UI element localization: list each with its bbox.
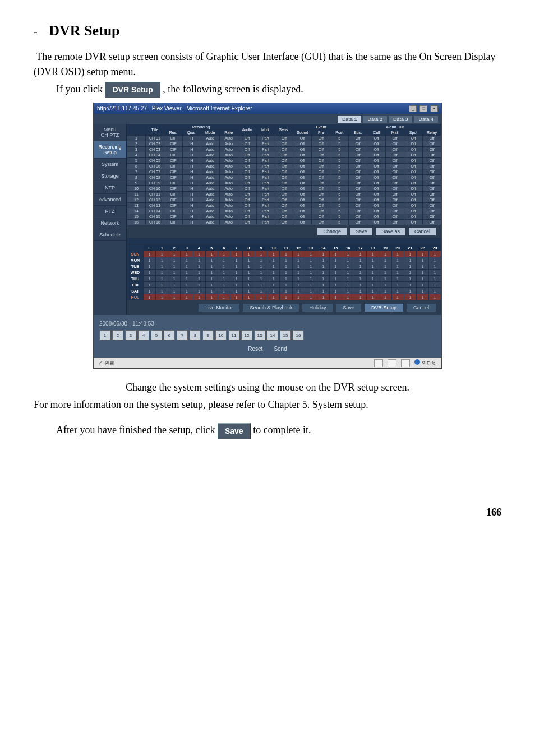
if-click-line: If you click DVR Setup , the following s…: [34, 82, 501, 98]
table-row[interactable]: 16CH 16CIFHAutoAutoOffPartOffOffOff5OffO…: [127, 220, 441, 225]
colgroup-event: Event: [293, 124, 349, 130]
data-tab-3[interactable]: Data 3: [389, 116, 413, 123]
channel-button[interactable]: 4: [138, 330, 149, 340]
data-tab-2[interactable]: Data 2: [363, 116, 387, 123]
window-buttons: _ □ ×: [408, 105, 438, 112]
table-row[interactable]: 1CH 01CIFHAutoAutoOffPartOffOffOff5OffOf…: [127, 136, 441, 141]
table-row[interactable]: 2CH 02CIFHAutoAutoOffPartOffOffOff5OffOf…: [127, 141, 441, 147]
table-row[interactable]: 8CH 08CIFHAutoAutoOffPartOffOffOff5OffOf…: [127, 175, 441, 180]
dvr-setup-screenshot: http://211.117.45.27 - Plex Viewer - Mic…: [93, 103, 442, 369]
side-menu: MenuCH PTZ Recording Setup System Storag…: [94, 124, 127, 315]
schedule-table: [127, 238, 441, 244]
side-menu-header: MenuCH PTZ: [94, 124, 126, 141]
col-title: Title: [145, 124, 164, 136]
side-system[interactable]: System: [94, 159, 126, 170]
table-row[interactable]: 3CH 03CIFHAutoAutoOffPartOffOffOff5OffOf…: [127, 147, 441, 152]
table-row[interactable]: 10CH 10CIFHAutoAutoOffPartOffOffOff5OffO…: [127, 186, 441, 192]
channel-button[interactable]: 2: [112, 330, 123, 340]
timestamp: 2008/05/30 - 11:43:53: [99, 321, 436, 327]
table-row[interactable]: 7CH 07CIFHAutoAutoOffPartOffOffOff5OffOf…: [127, 169, 441, 175]
channel-button[interactable]: 3: [125, 330, 136, 340]
browser-title: http://211.117.45.27 - Plex Viewer - Mic…: [97, 105, 252, 112]
side-network[interactable]: Network: [94, 217, 126, 229]
channel-button[interactable]: 12: [241, 330, 252, 340]
channel-button[interactable]: 14: [267, 330, 278, 340]
reset-button[interactable]: Reset: [248, 346, 262, 352]
more-info-text: For more information on the system setup…: [34, 397, 501, 412]
status-box-3: [401, 359, 410, 367]
table-row[interactable]: 9CH 09CIFHAutoAutoOffPartOffOffOff5OffOf…: [127, 180, 441, 186]
internet-zone: 인터넷: [414, 359, 437, 367]
heading-text: DVR Setup: [49, 22, 119, 39]
schedule-row: TUE111111111111111111111111: [127, 263, 441, 270]
finish-line: After you have finished the setup, click…: [34, 423, 501, 439]
channel-button[interactable]: 15: [280, 330, 291, 340]
table-row[interactable]: 5CH 05CIFHAutoAutoOffPartOffOffOff5OffOf…: [127, 158, 441, 164]
channel-button[interactable]: 8: [190, 330, 201, 340]
mid-button-row: Change Save Save as Cancel: [127, 225, 441, 238]
dvr-setup-button[interactable]: DVR Setup: [105, 82, 160, 98]
col-sens: Sens.: [275, 124, 293, 136]
table-row[interactable]: 11CH 11CIFHAutoAutoOffPartOffOffOff5OffO…: [127, 192, 441, 197]
search-playback-button[interactable]: Search & Playback: [243, 304, 299, 312]
bullet-dash: -: [34, 25, 38, 38]
data-tab-4[interactable]: Data 4: [414, 116, 438, 123]
save-button-grid[interactable]: Save: [350, 228, 373, 235]
table-row[interactable]: 12CH 12CIFHAutoAutoOffPartOffOffOff5OffO…: [127, 197, 441, 203]
schedule-row: SUN111111111111111111111111: [127, 251, 441, 257]
cancel-button-bottom[interactable]: Cancel: [407, 304, 436, 312]
save-button[interactable]: Save: [218, 423, 251, 439]
recording-table: Title Recording Audio Moti. Sens. Event …: [127, 124, 441, 225]
channel-button[interactable]: 16: [293, 330, 304, 340]
side-ntp[interactable]: NTP: [94, 182, 126, 194]
status-box-1: [374, 359, 383, 367]
table-row[interactable]: 4CH 04CIFHAutoAutoOffPartOffOffOff5OffOf…: [127, 152, 441, 158]
channel-button[interactable]: 1: [99, 330, 110, 340]
lower-panel: 2008/05/30 - 11:43:53 123456789101112131…: [94, 315, 441, 358]
side-recording-setup[interactable]: Recording Setup: [94, 141, 126, 159]
col-audio: Audio: [238, 124, 256, 136]
schedule-row: THU111111111111111111111111: [127, 276, 441, 282]
channel-button[interactable]: 7: [177, 330, 188, 340]
channel-button[interactable]: 6: [164, 330, 175, 340]
save-button-bottom[interactable]: Save: [336, 304, 361, 312]
schedule-row: WED111111111111111111111111: [127, 270, 441, 276]
side-storage[interactable]: Storage: [94, 170, 126, 182]
send-button[interactable]: Send: [274, 346, 287, 352]
status-done-icon: ✓ 완료: [98, 360, 114, 367]
dvr-setup-button-bottom[interactable]: DVR Setup: [365, 304, 403, 312]
channel-button[interactable]: 10: [215, 330, 227, 340]
table-row[interactable]: 14CH 14CIFHAutoAutoOffPartOffOffOff5OffO…: [127, 208, 441, 214]
live-monitor-button[interactable]: Live Monitor: [199, 304, 239, 312]
holiday-button[interactable]: Holiday: [302, 304, 333, 312]
table-row[interactable]: 13CH 13CIFHAutoAutoOffPartOffOffOff5OffO…: [127, 203, 441, 208]
intro-text: The remote DVR setup screen consists of …: [34, 49, 501, 80]
browser-titlebar: http://211.117.45.27 - Plex Viewer - Mic…: [94, 103, 441, 114]
maximize-icon[interactable]: □: [419, 105, 427, 112]
minimize-icon[interactable]: _: [409, 105, 417, 112]
side-schedule[interactable]: Schedule: [94, 229, 126, 241]
page-number: 166: [34, 507, 501, 518]
cancel-button-grid[interactable]: Cancel: [409, 228, 436, 235]
channel-button[interactable]: 13: [254, 330, 265, 340]
data-tab-1[interactable]: Data 1: [338, 116, 362, 123]
globe-icon: [414, 359, 420, 365]
channel-button[interactable]: 5: [151, 330, 162, 340]
section-heading: - DVR Setup: [34, 22, 501, 39]
side-ptz[interactable]: PTZ: [94, 206, 126, 217]
colgroup-alarmout: Alarm Out: [349, 124, 441, 130]
schedule-row: FRI111111111111111111111111: [127, 282, 441, 288]
table-row[interactable]: 6CH 06CIFHAutoAutoOffPartOffOffOff5OffOf…: [127, 164, 441, 169]
save-as-button[interactable]: Save as: [376, 228, 405, 235]
close-icon[interactable]: ×: [430, 105, 438, 112]
channel-button[interactable]: 9: [202, 330, 214, 340]
side-advanced[interactable]: Advanced: [94, 194, 126, 206]
schedule-grid: 01234567891011121314151617181920212223SU…: [127, 244, 441, 300]
status-box-2: [388, 359, 396, 367]
change-button[interactable]: Change: [317, 228, 347, 235]
channel-button[interactable]: 11: [228, 330, 239, 340]
colgroup-recording: Recording: [164, 124, 238, 130]
schedule-row: MON111111111111111111111111: [127, 257, 441, 263]
table-row[interactable]: 15CH 15CIFHAutoAutoOffPartOffOffOff5OffO…: [127, 214, 441, 220]
data-tabs-row: Data 1 Data 2 Data 3 Data 4: [94, 114, 441, 124]
